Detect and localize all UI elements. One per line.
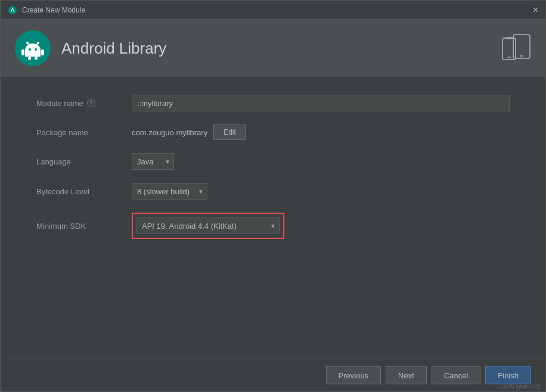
svg-point-9 — [37, 42, 39, 44]
package-name-label: Package name — [36, 128, 132, 137]
module-name-help-icon[interactable]: ? — [87, 99, 95, 107]
minimum-sdk-row: Minimum SDK API 19: Android 4.4 (KitKat)… — [36, 213, 510, 239]
svg-rect-12 — [28, 57, 31, 60]
title-bar-title: Create New Module — [22, 6, 85, 14]
module-name-control — [132, 95, 510, 111]
minimum-sdk-label: Minimum SDK — [36, 222, 132, 231]
cancel-button[interactable]: Cancel — [432, 366, 480, 384]
close-button[interactable]: × — [533, 5, 538, 15]
package-name-text: com.zouguo.mylibrary — [132, 128, 207, 137]
edit-package-button[interactable]: Edit — [213, 125, 246, 140]
module-name-input[interactable] — [132, 95, 510, 111]
svg-rect-10 — [21, 49, 24, 55]
svg-rect-11 — [41, 49, 44, 55]
package-name-control: com.zouguo.mylibrary Edit — [132, 125, 510, 140]
android-icon — [21, 37, 44, 60]
svg-rect-3 — [25, 50, 41, 57]
svg-point-8 — [26, 42, 29, 44]
phone-tablet-icon — [501, 33, 531, 63]
language-row: Language Java Kotlin ▼ — [36, 153, 510, 170]
android-logo — [15, 30, 51, 66]
svg-point-4 — [29, 48, 31, 51]
minimum-sdk-select[interactable]: API 19: Android 4.4 (KitKat) API 21: And… — [136, 217, 280, 234]
bytecode-select-wrapper: 8 (slower build) 7 6 ▼ — [132, 183, 207, 200]
package-name-row: Package name com.zouguo.mylibrary Edit — [36, 125, 510, 140]
svg-text:A: A — [11, 7, 15, 14]
footer: Previous Next Cancel Finish — [1, 359, 545, 391]
sdk-select-inner: API 19: Android 4.4 (KitKat) API 21: And… — [136, 217, 280, 234]
window: A Create New Module × — [0, 0, 546, 392]
bytecode-level-control: 8 (slower build) 7 6 ▼ — [132, 183, 510, 200]
header: Android Library — [1, 20, 545, 77]
svg-rect-13 — [35, 57, 38, 60]
bytecode-level-label: Bytecode Level — [36, 187, 132, 196]
module-name-label: Module name ? — [36, 99, 132, 108]
title-bar: A Create New Module × — [1, 1, 545, 20]
watermark: CSDN @abs625 — [497, 383, 541, 390]
minimum-sdk-control: API 19: Android 4.4 (KitKat) API 21: And… — [132, 213, 510, 239]
language-select[interactable]: Java Kotlin — [132, 153, 174, 170]
android-small-icon: A — [8, 5, 17, 15]
title-bar-left: A Create New Module — [8, 5, 85, 15]
previous-button[interactable]: Previous — [326, 366, 381, 384]
language-label: Language — [36, 157, 132, 166]
device-icons — [501, 33, 531, 63]
finish-button[interactable]: Finish — [485, 366, 531, 384]
form-content: Module name ? Package name com.zouguo.my… — [1, 77, 545, 359]
svg-point-5 — [35, 48, 37, 51]
bytecode-select[interactable]: 8 (slower build) 7 6 — [132, 183, 207, 200]
svg-rect-15 — [505, 37, 513, 39]
module-name-row: Module name ? — [36, 95, 510, 111]
header-left: Android Library — [15, 30, 166, 66]
header-title: Android Library — [61, 39, 166, 58]
language-select-wrapper: Java Kotlin ▼ — [132, 153, 174, 170]
bytecode-level-row: Bytecode Level 8 (slower build) 7 6 ▼ — [36, 183, 510, 200]
sdk-select-highlighted: API 19: Android 4.4 (KitKat) API 21: And… — [132, 213, 284, 239]
language-control: Java Kotlin ▼ — [132, 153, 510, 170]
next-button[interactable]: Next — [386, 366, 427, 384]
